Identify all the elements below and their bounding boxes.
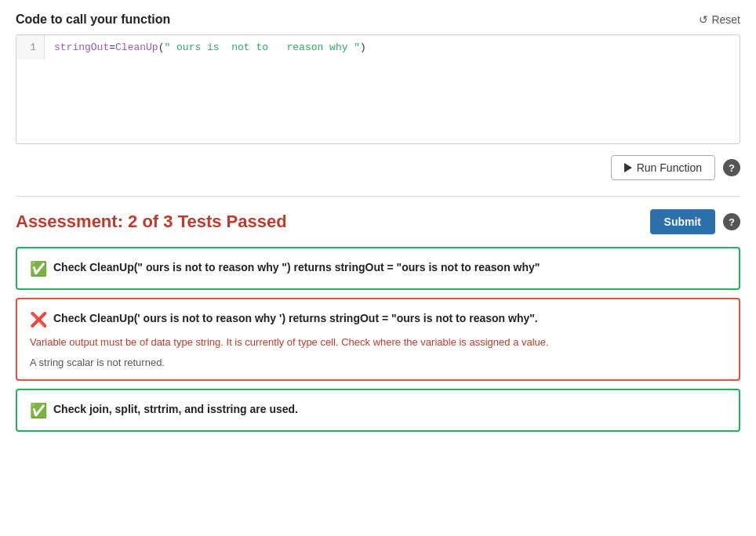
run-help-label: ? (729, 162, 735, 174)
assessment-help-button[interactable]: ? (723, 213, 740, 230)
code-paren-close: ) (360, 42, 366, 53)
line-numbers: 1 (16, 35, 45, 60)
assessment-header: Assessment: 2 of 3 Tests Passed Submit ? (16, 209, 740, 234)
run-toolbar: Run Function ? (16, 155, 740, 180)
assessment-title: Assessment: 2 of 3 Tests Passed (16, 212, 287, 232)
test-label-3: Check join, split, strtrim, and isstring… (53, 401, 298, 418)
code-var: stringOut (54, 42, 109, 53)
play-icon (624, 163, 632, 172)
section-divider (16, 196, 740, 197)
code-content[interactable]: stringOut=CleanUp(" ours is not to reaso… (45, 35, 740, 60)
line-number-1: 1 (24, 42, 36, 53)
test-pass-icon-3: ✅ (30, 402, 47, 419)
test-fail-icon-2: ❌ (30, 311, 47, 328)
code-func: CleanUp (115, 42, 158, 53)
test-error-2: Variable output must be of data type str… (30, 335, 726, 350)
code-string: " ours is not to reason why " (164, 42, 360, 53)
reset-label: Reset (711, 13, 740, 26)
section-title: Code to call your function (16, 13, 170, 27)
code-section-header: Code to call your function ↺ Reset (16, 13, 740, 27)
test-label-2: Check CleanUp(' ours is not to reason wh… (53, 310, 538, 327)
test-card-1: ✅ Check CleanUp(" ours is not to reason … (16, 247, 740, 290)
assessment-actions: Submit ? (650, 209, 740, 234)
reset-button[interactable]: ↺ Reset (699, 13, 740, 26)
run-help-button[interactable]: ? (723, 159, 740, 176)
test-label-1: Check CleanUp(" ours is not to reason wh… (53, 259, 540, 276)
submit-button[interactable]: Submit (650, 209, 715, 234)
assessment-help-label: ? (729, 216, 735, 228)
test-pass-icon-1: ✅ (30, 260, 47, 277)
run-function-button[interactable]: Run Function (611, 155, 715, 180)
code-equals: = (109, 42, 115, 53)
run-function-label: Run Function (637, 161, 702, 174)
test-card-3: ✅ Check join, split, strtrim, and isstri… (16, 389, 740, 432)
code-editor[interactable]: 1 stringOut=CleanUp(" ours is not to rea… (16, 34, 740, 144)
reset-icon: ↺ (699, 13, 708, 26)
test-note-2: A string scalar is not returned. (30, 357, 726, 368)
test-card-2: ❌ Check CleanUp(' ours is not to reason … (16, 298, 740, 381)
